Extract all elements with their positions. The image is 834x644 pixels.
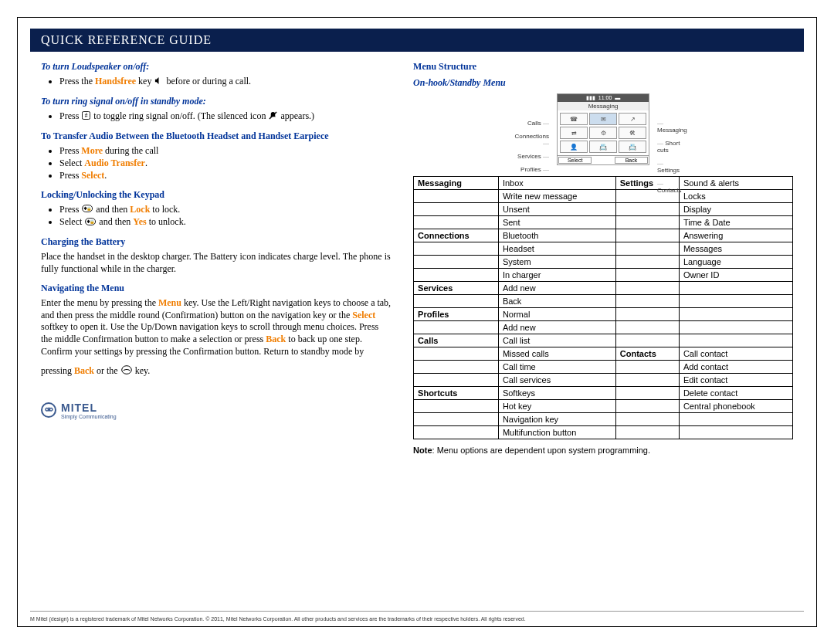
table-cell: Multifunction button xyxy=(498,426,615,439)
table-cell: Navigation key xyxy=(498,413,615,426)
heading-loudspeaker: To turn Loudspeaker on/off: xyxy=(41,61,392,73)
table-row: UnsentDisplay xyxy=(414,203,793,216)
table-cell xyxy=(615,229,679,242)
table-cell: Add contact xyxy=(679,361,792,374)
table-cell xyxy=(414,347,499,361)
list-item: Press ✱🔒 and then Lock to lock. xyxy=(59,204,392,216)
note: Note: Menu options are dependent upon sy… xyxy=(413,446,793,455)
heading-charging: Charging the Battery xyxy=(41,236,392,248)
table-cell: Sound & alerts xyxy=(679,177,792,190)
list-item: Select ✱🔒 and then Yes to unlock. xyxy=(59,216,392,229)
table-cell: Services xyxy=(414,282,499,295)
table-cell xyxy=(615,256,679,269)
table-cell: Sent xyxy=(498,216,615,229)
phone-labels-right: Messaging Short cuts Settings Contacts xyxy=(649,120,687,194)
table-cell xyxy=(414,426,499,439)
speaker-icon xyxy=(154,76,163,88)
paragraph: pressing Back or the key. xyxy=(41,365,392,378)
softkey-select: Select xyxy=(558,157,592,164)
table-cell xyxy=(679,413,792,426)
table-cell: Calls xyxy=(414,334,499,347)
table-cell: Softkeys xyxy=(498,387,615,400)
menu-cell-icon: 📇 xyxy=(589,141,617,153)
svg-text:#: # xyxy=(85,112,88,119)
heading-navigating: Navigating the Menu xyxy=(41,283,392,294)
table-cell: Owner ID xyxy=(679,269,792,282)
onhook-key-icon xyxy=(121,365,132,378)
table-row: ShortcutsSoftkeysDelete contact xyxy=(414,387,793,400)
list-item: Select Audio Transfer. xyxy=(59,158,392,169)
legal-text: M Mitel (design) is a registered tradema… xyxy=(30,616,804,622)
signal-icon: ▮▮▮ xyxy=(586,95,595,101)
table-row: Missed callsContactsCall contact xyxy=(414,347,793,361)
table-cell: Call list xyxy=(498,334,615,347)
table-cell xyxy=(615,269,679,282)
table-row: SentTime & Date xyxy=(414,216,793,229)
logo-tagline: Simply Communicating xyxy=(61,414,117,419)
table-cell: Call contact xyxy=(679,347,792,361)
logo-mark-icon: ⚮ xyxy=(41,402,56,418)
table-cell xyxy=(414,256,499,269)
table-row: Add new xyxy=(414,321,793,334)
table-cell: Language xyxy=(679,256,792,269)
paragraph: Place the handset in the desktop charger… xyxy=(41,251,392,275)
table-cell: Edit contact xyxy=(679,374,792,387)
star-key-icon: ✱🔒 xyxy=(85,217,96,229)
mitel-logo: ⚮ MITEL Simply Communicating xyxy=(41,402,392,419)
table-cell xyxy=(414,361,499,374)
table-row: ServicesAdd new xyxy=(414,282,793,295)
table-row: Back xyxy=(414,295,793,308)
table-cell xyxy=(615,321,679,334)
table-cell: Missed calls xyxy=(498,347,615,361)
logo-brand: MITEL xyxy=(61,402,117,414)
table-cell: Normal xyxy=(498,308,615,321)
table-row: ConnectionsBluetoothAnswering xyxy=(414,229,793,242)
table-row: MessagingInboxSettingsSound & alerts xyxy=(414,177,793,190)
table-cell xyxy=(615,334,679,347)
table-cell: Time & Date xyxy=(679,216,792,229)
table-cell xyxy=(615,374,679,387)
table-cell: Unsent xyxy=(498,203,615,216)
table-cell xyxy=(615,361,679,374)
table-row: Navigation key xyxy=(414,413,793,426)
table-row: Write new messageLocks xyxy=(414,190,793,203)
table-cell xyxy=(414,269,499,282)
table-cell: Delete contact xyxy=(679,387,792,400)
menu-cell-icon: 📇 xyxy=(619,141,646,153)
table-cell: Add new xyxy=(498,282,615,295)
list-item: Press Select. xyxy=(59,170,392,181)
table-row: ProfilesNormal xyxy=(414,308,793,321)
heading-bluetooth-transfer: To Transfer Audio Between the Bluetooth … xyxy=(41,130,392,142)
table-row: Call servicesEdit contact xyxy=(414,374,793,387)
table-cell xyxy=(679,282,792,295)
table-cell xyxy=(615,242,679,256)
footer: M Mitel (design) is a registered tradema… xyxy=(30,611,804,622)
hash-key-icon: # xyxy=(82,111,90,123)
heading-standby-menu: On-hook/Standby Menu xyxy=(413,77,793,89)
table-cell xyxy=(414,413,499,426)
silenced-icon xyxy=(269,111,277,123)
table-cell xyxy=(679,321,792,334)
table-cell xyxy=(615,295,679,308)
table-cell: Connections xyxy=(414,229,499,242)
table-cell xyxy=(615,387,679,400)
table-cell xyxy=(414,374,499,387)
phone-labels-left: Calls Connections Services Profiles xyxy=(515,120,557,173)
table-cell xyxy=(414,321,499,334)
table-cell: Answering xyxy=(679,229,792,242)
table-cell xyxy=(414,295,499,308)
list-item: Press # to toggle ring signal on/off. (T… xyxy=(59,110,392,123)
table-cell xyxy=(615,282,679,295)
table-cell: Hot key xyxy=(498,400,615,413)
menu-cell-icon: ⚙ xyxy=(589,127,617,139)
right-column: Menu Structure On-hook/Standby Menu ▮▮▮1… xyxy=(413,61,793,455)
menu-cell-icon: ✉ xyxy=(589,113,617,125)
table-cell xyxy=(414,203,499,216)
table-cell xyxy=(414,190,499,203)
table-row: In chargerOwner ID xyxy=(414,269,793,282)
menu-cell-icon: 👤 xyxy=(560,141,588,153)
menu-cell-icon: ↗ xyxy=(619,113,646,125)
table-cell: Messages xyxy=(679,242,792,256)
table-cell: Call services xyxy=(498,374,615,387)
page: QUICK REFERENCE GUIDE To turn Loudspeake… xyxy=(17,17,817,627)
